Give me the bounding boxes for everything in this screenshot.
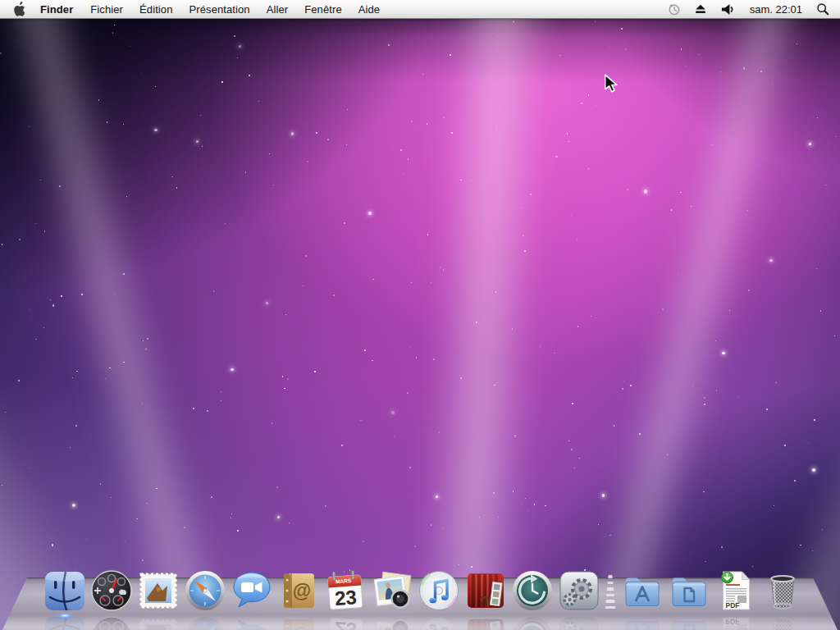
apple-menu[interactable] bbox=[5, 0, 31, 18]
volume-icon[interactable] bbox=[714, 0, 742, 18]
menu-bar-clock[interactable]: sam. 22:01 bbox=[742, 0, 810, 18]
menu-aller[interactable]: Aller bbox=[258, 0, 297, 18]
time-machine-menu-icon[interactable] bbox=[660, 0, 687, 18]
spotlight-icon[interactable] bbox=[810, 0, 840, 18]
iphoto-icon[interactable] bbox=[368, 568, 415, 613]
finder-icon[interactable] bbox=[41, 568, 88, 613]
itunes-icon[interactable] bbox=[415, 568, 462, 613]
desktop-wallpaper bbox=[0, 0, 840, 630]
menu-fenetre[interactable]: Fenêtre bbox=[296, 0, 350, 18]
apple-icon bbox=[12, 2, 25, 17]
menu-presentation[interactable]: Présentation bbox=[181, 0, 258, 18]
time-machine-icon[interactable] bbox=[509, 568, 555, 613]
svg-text:@: @ bbox=[292, 580, 310, 601]
menu-finder[interactable]: Finder bbox=[31, 0, 82, 18]
desktop-screen: Finder Fichier Édition Présentation Alle… bbox=[0, 0, 840, 630]
svg-text:MARS: MARS bbox=[335, 578, 351, 584]
system-preferences-icon[interactable] bbox=[555, 568, 602, 613]
address-book-icon[interactable]: @ @ bbox=[275, 568, 322, 613]
menu-aide[interactable]: Aide bbox=[350, 0, 388, 18]
dashboard-icon[interactable] bbox=[88, 568, 135, 613]
svg-text:23: 23 bbox=[334, 586, 358, 609]
mail-icon[interactable] bbox=[135, 568, 181, 613]
menu-bar-status: sam. 22:01 bbox=[660, 0, 840, 18]
mouse-cursor bbox=[603, 74, 619, 93]
safari-icon[interactable] bbox=[181, 568, 228, 613]
photo-booth-icon[interactable] bbox=[462, 568, 509, 613]
eject-icon[interactable] bbox=[687, 0, 714, 18]
svg-text:PDF: PDF bbox=[725, 601, 739, 609]
ichat-icon[interactable] bbox=[228, 568, 275, 613]
trash-icon[interactable] bbox=[759, 568, 806, 613]
documents-folder-icon[interactable] bbox=[665, 568, 712, 613]
starfield bbox=[0, 0, 840, 630]
menu-fichier[interactable]: Fichier bbox=[82, 0, 131, 18]
dock-items: @ @ MARS 23 bbox=[41, 568, 806, 613]
dock: @ @ MARS 23 bbox=[0, 564, 840, 630]
pdf-document-icon[interactable]: PDF PDF bbox=[712, 568, 759, 613]
dock-divider bbox=[602, 568, 619, 613]
menu-edition[interactable]: Édition bbox=[131, 0, 180, 18]
menu-bar: Finder Fichier Édition Présentation Alle… bbox=[0, 0, 840, 19]
menu-bar-left: Finder Fichier Édition Présentation Alle… bbox=[0, 0, 388, 18]
ical-icon[interactable]: MARS 23 MARS 23 bbox=[322, 568, 368, 613]
applications-folder-icon[interactable] bbox=[619, 568, 665, 613]
